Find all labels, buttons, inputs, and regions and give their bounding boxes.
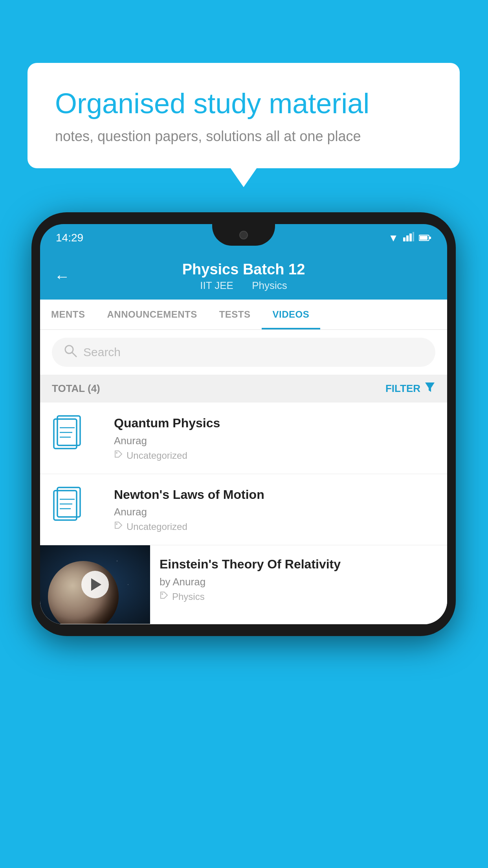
newton-title: Newton's Laws of Motion (114, 487, 435, 503)
bubble-title: Organised study material (55, 86, 432, 120)
quantum-tag: Uncategorized (114, 450, 435, 461)
filter-funnel-icon (424, 382, 435, 395)
video-item-quantum[interactable]: Quantum Physics Anurag Uncategorized (40, 403, 447, 474)
filter-button[interactable]: FILTER (385, 382, 435, 395)
status-bar: 14:29 ▼ (40, 224, 447, 252)
search-bar-wrapper: Search (40, 330, 447, 375)
speech-bubble-container: Organised study material notes, question… (28, 63, 460, 168)
newton-tag: Uncategorized (114, 521, 435, 532)
header-subtitle: IIT JEE Physics (182, 280, 305, 292)
video-item-newton[interactable]: Newton's Laws of Motion Anurag Uncategor… (40, 474, 447, 546)
quantum-tag-text: Uncategorized (127, 450, 187, 461)
svg-marker-9 (425, 383, 435, 392)
phone-outer: 14:29 ▼ (31, 212, 456, 636)
speech-bubble: Organised study material notes, question… (28, 63, 460, 168)
tag-icon-einstein (160, 591, 168, 602)
search-icon (64, 344, 77, 360)
tab-announcements[interactable]: ANNOUNCEMENTS (96, 300, 208, 329)
newton-icon (52, 487, 103, 528)
search-placeholder: Search (83, 346, 121, 359)
newton-tag-text: Uncategorized (127, 521, 187, 532)
phone-wrapper: 14:29 ▼ (31, 212, 456, 636)
einstein-thumbnail (40, 545, 150, 624)
quantum-title: Quantum Physics (114, 415, 435, 432)
battery-icon (419, 232, 431, 244)
svg-rect-5 (420, 236, 427, 240)
svg-rect-6 (429, 237, 431, 239)
signal-icon (403, 232, 414, 244)
tag-icon-newton (114, 521, 123, 532)
video-item-einstein[interactable]: Einstein's Theory Of Relativity by Anura… (40, 545, 447, 624)
search-bar[interactable]: Search (52, 338, 435, 367)
back-button[interactable]: ← (54, 268, 70, 285)
newton-info: Newton's Laws of Motion Anurag Uncategor… (114, 487, 435, 533)
newton-author: Anurag (114, 506, 435, 518)
svg-line-8 (72, 353, 76, 357)
header-subtitle2: Physics (252, 280, 287, 291)
status-icons: ▼ (388, 232, 431, 244)
bubble-subtitle: notes, question papers, solutions all at… (55, 128, 432, 145)
tab-ments[interactable]: MENTS (40, 300, 96, 329)
filter-label: FILTER (385, 383, 420, 395)
svg-point-22 (161, 593, 163, 595)
header-center: Physics Batch 12 IIT JEE Physics (182, 261, 305, 292)
svg-rect-3 (413, 232, 414, 241)
app-header: ← Physics Batch 12 IIT JEE Physics (40, 252, 447, 300)
play-triangle-icon (91, 578, 101, 591)
tab-tests[interactable]: TESTS (208, 300, 262, 329)
svg-point-21 (116, 523, 117, 525)
einstein-tag-text: Physics (172, 591, 205, 602)
svg-point-15 (116, 452, 117, 454)
header-subtitle1: IIT JEE (200, 280, 233, 291)
einstein-title: Einstein's Theory Of Relativity (160, 556, 438, 573)
status-time: 14:29 (56, 232, 83, 244)
camera-dot (239, 231, 248, 239)
quantum-author: Anurag (114, 435, 435, 447)
filter-bar: TOTAL (4) FILTER (40, 375, 447, 403)
svg-rect-2 (409, 234, 412, 241)
tag-icon (114, 450, 123, 461)
tabs-container: MENTS ANNOUNCEMENTS TESTS VIDEOS (40, 300, 447, 330)
wifi-icon: ▼ (388, 232, 398, 244)
tab-videos[interactable]: VIDEOS (262, 300, 321, 329)
einstein-info: Einstein's Theory Of Relativity by Anura… (150, 545, 447, 613)
header-title: Physics Batch 12 (182, 261, 305, 278)
phone-screen: ← Physics Batch 12 IIT JEE Physics MENTS… (40, 252, 447, 624)
play-button[interactable] (81, 571, 109, 598)
svg-rect-0 (403, 237, 405, 241)
einstein-tag: Physics (160, 591, 438, 602)
video-list: Quantum Physics Anurag Uncategorized (40, 403, 447, 624)
quantum-info: Quantum Physics Anurag Uncategorized (114, 415, 435, 461)
quantum-icon (52, 415, 103, 456)
total-label: TOTAL (4) (52, 383, 100, 395)
phone-notch (212, 224, 275, 246)
einstein-author: by Anurag (160, 576, 438, 588)
svg-rect-1 (406, 235, 409, 241)
